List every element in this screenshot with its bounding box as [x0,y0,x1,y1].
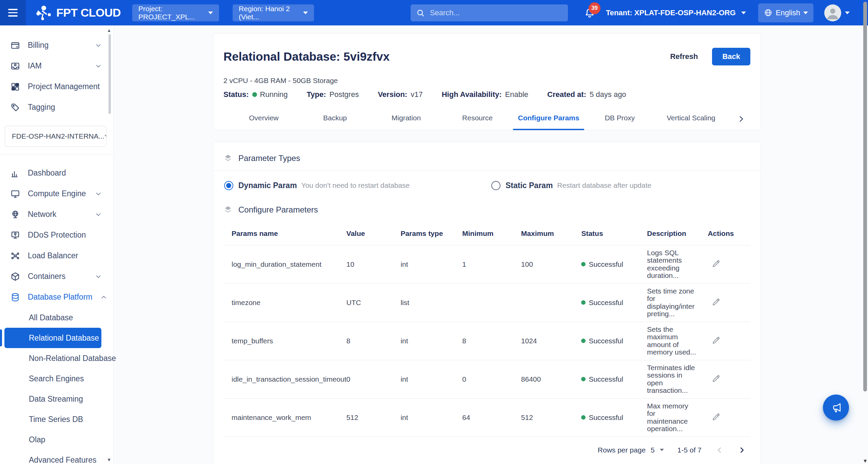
sidebar-item-label: Compute Engine [28,189,86,198]
edit-param-button[interactable] [708,258,722,271]
hamburger-menu-icon[interactable] [0,0,26,25]
cell-params-type: int [400,360,462,398]
caret-down-icon [845,12,850,14]
sidebar-item-iam[interactable]: IAM [0,56,113,76]
sidebar-item-dashboard[interactable]: Dashboard [0,163,113,183]
sidebar-scroll-down-icon[interactable]: ▼ [107,458,111,462]
sidebar-top-section: BillingIAMProject ManagementTagging [0,25,113,118]
radio-dynamic-param[interactable]: Dynamic ParamYou don't need to restart d… [224,181,491,190]
column-header-actions: Actions [708,223,750,245]
sidebar-subitem-data-streaming[interactable]: Data Streaming [4,389,101,409]
top-navbar: FPT CLOUD Project: PROJECT_XPL... Region… [0,0,868,25]
sidebar-item-compute-engine[interactable]: Compute Engine [0,183,113,204]
tab-migration[interactable]: Migration [371,108,442,130]
edit-param-button[interactable] [708,372,722,386]
sidebar-subitem-label: Data Streaming [29,395,83,404]
page-scroll-down-icon[interactable]: ▼ [863,458,868,463]
cell-params-name: log_min_duration_statement [223,245,347,283]
tagging-icon [10,102,20,113]
refresh-button[interactable]: Refresh [668,52,700,61]
column-header-value: Value [347,223,401,245]
tab-vertical-scaling[interactable]: Vertical Scaling [655,108,727,130]
cell-value: 512 [347,398,401,437]
sidebar-scroll-up-icon[interactable]: ▲ [107,28,111,33]
tabs-overflow-chevron-right-icon[interactable] [737,115,746,123]
project-selector[interactable]: Project: PROJECT_XPL... [132,4,219,21]
sidebar-subitem-olap[interactable]: Olap [4,429,101,450]
status-dot [581,415,586,420]
page-scrollbar-thumb[interactable] [863,2,867,391]
tenant-selector[interactable]: Tenant: XPLAT-FDE-OSP-HAN2-ORG [606,8,746,17]
caret-down-icon [660,449,664,451]
feedback-fab[interactable] [823,395,849,421]
notifications-button[interactable]: 39 [584,7,596,19]
status-text: Successful [589,299,623,307]
sidebar-item-database-platform[interactable]: Database Platform [0,287,113,307]
caret-down-icon [303,12,308,14]
meta-value: 5 days ago [590,90,626,99]
region-selector[interactable]: Region: Hanoi 2 (Viet... [233,4,314,21]
sidebar-subitem-label: Olap [29,435,45,444]
fpt-cloud-logo: FPT CLOUD [34,5,121,21]
sidebar-item-ddos-protection[interactable]: DDoS Protection [0,225,113,245]
sidebar-item-label: IAM [28,61,42,70]
cell-minimum [462,283,521,322]
iam-icon [10,61,20,71]
tab-db-proxy[interactable]: DB Proxy [584,108,655,130]
sidebar-scrollbar-thumb[interactable] [108,34,111,114]
load-balancer-icon [10,251,20,261]
sidebar-item-label: Network [28,210,56,219]
sidebar-item-containers[interactable]: Containers [0,266,113,287]
language-selector[interactable]: English [758,3,813,22]
workspace-select-value: FDE-OSP-HAN2-INTERNA... [12,132,104,140]
notification-badge: 39 [589,2,600,14]
workspace-select[interactable]: FDE-OSP-HAN2-INTERNA... [5,126,106,147]
sidebar-item-network[interactable]: Network [0,204,113,225]
tab-backup[interactable]: Backup [299,108,371,130]
chevron-down-icon [94,41,102,49]
sidebar-subitem-time-series-db[interactable]: Time Series DB [4,409,101,429]
sidebar-item-load-balancer[interactable]: Load Balancer [0,245,113,266]
sidebar-subitem-search-engines[interactable]: Search Engines [4,368,101,389]
cell-maximum [521,283,581,322]
user-menu[interactable] [824,4,850,21]
tab-resource[interactable]: Resource [442,108,513,130]
sidebar-item-tagging[interactable]: Tagging [0,97,113,118]
sidebar-subitem-label: Time Series DB [29,415,83,424]
status-dot [252,92,257,97]
page-title: Relational Database: 5vi9zfvx [223,50,390,63]
meta-label: Type: [307,90,326,99]
sidebar-subitem-relational-database[interactable]: Relational Database [4,328,101,348]
edit-param-button[interactable] [708,334,722,348]
meta-status: Status:Running [223,90,288,99]
tenant-label: Tenant: XPLAT-FDE-OSP-HAN2-ORG [606,8,736,17]
cell-minimum: 8 [462,322,521,360]
sidebar-subitem-non-relational-database[interactable]: Non-Relational Database [4,348,101,368]
edit-param-button[interactable] [708,411,722,424]
sidebar-subitem-all-database[interactable]: All Database [4,307,101,328]
radio-static-param[interactable]: Static ParamRestart database after updat… [491,181,651,190]
next-page-button[interactable] [737,446,746,455]
sidebar-subitem-label: Advanced Features [29,456,96,464]
cell-minimum: 64 [462,398,521,437]
cell-description: Max memory for maintenance operation... [647,398,708,437]
caret-down-icon [741,12,746,14]
ddos-protection-icon [10,230,20,240]
sidebar-item-project-management[interactable]: Project Management [0,76,113,97]
sidebar-item-billing[interactable]: Billing [0,35,113,56]
edit-param-button[interactable] [708,296,722,309]
cell-value: 10 [347,245,401,283]
previous-page-button[interactable] [715,446,724,455]
rows-per-page-select[interactable]: Rows per page 5 [598,446,664,454]
tab-configure-params[interactable]: Configure Params [513,108,584,130]
search-icon [416,8,425,17]
back-button[interactable]: Back [712,48,750,65]
configure-parameters-header: Configure Parameters [223,190,750,215]
radio-hint: Restart database after update [557,181,651,189]
sidebar-subitem-advanced-features[interactable]: Advanced Features [4,450,101,464]
search-input[interactable] [429,8,563,18]
table-row: log_min_duration_statement10int1100Succe… [223,245,750,283]
tab-overview[interactable]: Overview [228,108,299,130]
table-row: maintenance_work_mem512int64512Successfu… [223,398,750,437]
table-row: timezoneUTClistSuccessfulSets time zone … [223,283,750,322]
